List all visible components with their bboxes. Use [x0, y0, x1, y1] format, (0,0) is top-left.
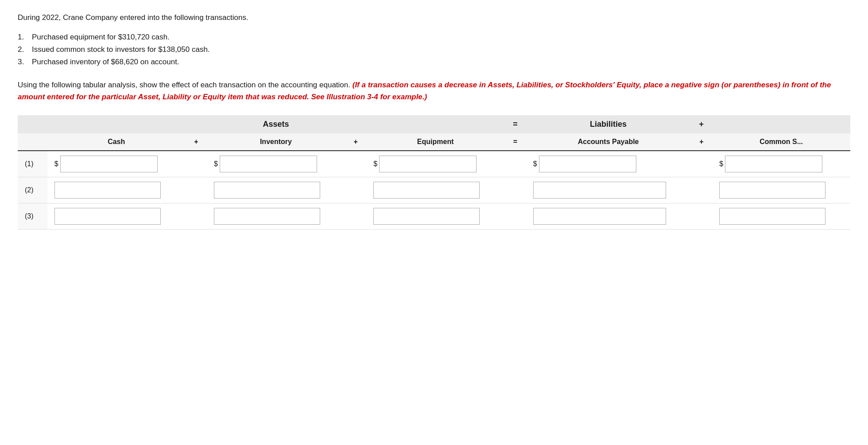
header2-cash: Cash	[47, 133, 186, 151]
row2-plus3	[690, 177, 712, 203]
row2-common-input[interactable]	[719, 182, 825, 199]
header1-equity-empty	[712, 115, 850, 133]
row1-ap-cell: $	[526, 151, 691, 177]
header2-equipment: Equipment	[366, 133, 504, 151]
accounting-table-wrapper: Assets = Liabilities + Cash + Inventory …	[18, 115, 850, 230]
header1-liabilities: Liabilities	[526, 115, 691, 133]
transaction-1-num: 1.	[18, 33, 28, 42]
header1-plus: +	[690, 115, 712, 133]
row1-equipment-dollar: $	[373, 160, 377, 168]
row1-equipment-input[interactable]	[379, 156, 477, 172]
row1-plus3	[690, 151, 712, 177]
row1-common-input[interactable]	[725, 156, 822, 172]
table-row-3: (3)	[18, 203, 850, 230]
row1-inventory-dollar: $	[214, 160, 218, 168]
header2-accounts-payable: Accounts Payable	[526, 133, 691, 151]
row1-inventory-input[interactable]	[220, 156, 317, 172]
intro-paragraph: During 2022, Crane Company entered into …	[18, 13, 850, 22]
row2-common-cell	[712, 177, 850, 203]
row3-plus1	[186, 203, 207, 230]
transaction-2-text: Issued common stock to investors for $13…	[32, 45, 210, 54]
row3-equipment-cell	[366, 203, 504, 230]
row1-plus2	[345, 151, 367, 177]
row1-cash-cell: $	[47, 151, 186, 177]
header2-plus1: +	[186, 133, 207, 151]
header2-empty	[18, 133, 47, 151]
row2-plus2	[345, 177, 367, 203]
row2-inventory-input[interactable]	[214, 182, 320, 199]
header1-assets: Assets	[47, 115, 504, 133]
table-header-row-2: Cash + Inventory + Equipment = Accounts …	[18, 133, 850, 151]
row1-cash-input[interactable]	[60, 156, 158, 172]
accounting-table: Assets = Liabilities + Cash + Inventory …	[18, 115, 850, 230]
header1-equals: =	[504, 115, 526, 133]
row2-ap-cell	[526, 177, 691, 203]
row3-cash-input[interactable]	[54, 208, 161, 225]
row1-equals	[504, 151, 526, 177]
row2-cash-input[interactable]	[54, 182, 161, 199]
row2-equipment-cell	[366, 177, 504, 203]
row3-equipment-input[interactable]	[373, 208, 480, 225]
row2-cash-cell	[47, 177, 186, 203]
row3-equals	[504, 203, 526, 230]
row1-inventory-cell: $	[207, 151, 345, 177]
row2-equals	[504, 177, 526, 203]
table-row-1: (1) $ $ $	[18, 151, 850, 177]
header2-equals: =	[504, 133, 526, 151]
header2-common: Common S...	[712, 133, 850, 151]
row3-cash-cell	[47, 203, 186, 230]
header2-plus2: +	[345, 133, 367, 151]
header1-empty	[18, 115, 47, 133]
row2-equipment-input[interactable]	[373, 182, 480, 199]
row3-inventory-cell	[207, 203, 345, 230]
row3-label: (3)	[18, 203, 47, 230]
row3-common-cell	[712, 203, 850, 230]
row2-ap-input[interactable]	[533, 182, 666, 199]
row2-label: (2)	[18, 177, 47, 203]
transaction-1: 1. Purchased equipment for $310,720 cash…	[18, 33, 850, 42]
header2-plus3: +	[690, 133, 712, 151]
row2-plus1	[186, 177, 207, 203]
row2-inventory-cell	[207, 177, 345, 203]
header2-inventory: Inventory	[207, 133, 345, 151]
transaction-3: 3. Purchased inventory of $68,620 on acc…	[18, 58, 850, 66]
row1-common-cell: $	[712, 151, 850, 177]
transactions-list: 1. Purchased equipment for $310,720 cash…	[18, 33, 850, 66]
table-header-row-1: Assets = Liabilities +	[18, 115, 850, 133]
row3-ap-input[interactable]	[533, 208, 666, 225]
instruction-static: Using the following tabular analysis, sh…	[18, 81, 353, 89]
row1-label: (1)	[18, 151, 47, 177]
transaction-2: 2. Issued common stock to investors for …	[18, 45, 850, 54]
transaction-3-text: Purchased inventory of $68,620 on accoun…	[32, 58, 179, 66]
row1-ap-dollar: $	[533, 160, 537, 168]
row3-ap-cell	[526, 203, 691, 230]
row1-cash-dollar: $	[54, 160, 58, 168]
row3-plus2	[345, 203, 367, 230]
row3-common-input[interactable]	[719, 208, 825, 225]
row3-plus3	[690, 203, 712, 230]
instruction-paragraph: Using the following tabular analysis, sh…	[18, 79, 850, 103]
transaction-1-text: Purchased equipment for $310,720 cash.	[32, 33, 170, 42]
row1-plus1	[186, 151, 207, 177]
table-row-2: (2)	[18, 177, 850, 203]
row3-inventory-input[interactable]	[214, 208, 320, 225]
row1-common-dollar: $	[719, 160, 723, 168]
transaction-2-num: 2.	[18, 45, 28, 54]
row1-ap-input[interactable]	[539, 156, 636, 172]
row1-equipment-cell: $	[366, 151, 504, 177]
transaction-3-num: 3.	[18, 58, 28, 66]
